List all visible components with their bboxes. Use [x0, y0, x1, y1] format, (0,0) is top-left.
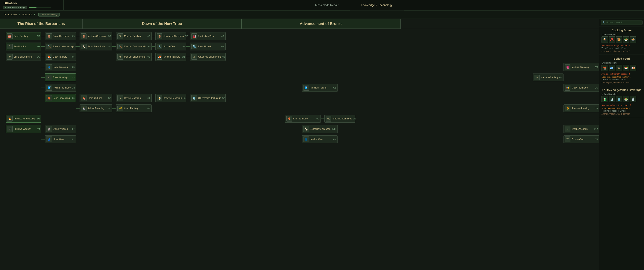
tech-icon: 🧶 [565, 64, 570, 70]
item-icon: 🫙 [616, 96, 622, 102]
boiled-food-title: Boiled Food [602, 57, 642, 60]
tech-icon: 🗿 [46, 126, 52, 132]
boiled-food-unlock-label: Unlock Blueprint: [602, 62, 642, 64]
tech-row-4: ⚙ Basic Grinding 1/3 ⚙ Medium Grinding 0… [0, 73, 599, 82]
tech-name: Basic Uncraft [198, 45, 220, 48]
tech-basic-uncraft[interactable]: 🔩 Basic Uncraft 0/5 [190, 43, 226, 50]
tech-medium-craftsmanship[interactable]: 🔨 Medium Craftsmanship 0/2 [116, 43, 152, 50]
tech-basic-building[interactable]: 🧱 Basic Building 6/6 [6, 32, 41, 40]
tech-beast-bone-tools[interactable]: 🦴 Beast Bone Tools 0/4 [80, 43, 112, 50]
tech-food-processing[interactable]: 🍖 Food Processing 0/3 [45, 94, 76, 102]
tech-icon: 🧱 [7, 33, 12, 39]
tech-linen-gear[interactable]: 👗 Linen Gear 0/2 [45, 135, 76, 143]
tech-name: Basic Slaughtering [14, 56, 36, 58]
tech-leather-gear[interactable]: 🧥 Leather Gear 0/4 [302, 135, 338, 143]
tech-medium-weaving[interactable]: 🧶 Medium Weaving 0/5 [564, 63, 599, 71]
tech-medium-slaughtering[interactable]: 🗡 Medium Slaughtering 0/1 [116, 53, 152, 61]
tab-knowledge-technology[interactable]: Knowledge & Technology [350, 0, 404, 10]
tech-medium-carpentry[interactable]: 🪵 Medium Carpentry 0/2 [80, 32, 112, 40]
category-new-tribe[interactable]: Dawn of the New Tribe [82, 19, 242, 29]
tech-oil-pressing-technique[interactable]: 🫙 Oil Pressing Technique 0/5 [190, 94, 226, 102]
tech-drying-technique[interactable]: 🌡 Drying Technique 0/2 [116, 94, 152, 102]
tech-row-9: 🗡 Primitive Weapon 4/4 🗿 Stone Weapon 0/… [0, 124, 599, 134]
tech-kiln-technique[interactable]: 🏺 Kiln Technique 0/2 [285, 115, 321, 123]
item-icon: 🥘 [616, 36, 622, 43]
tech-medium-grinding[interactable]: ⚙ Medium Grinding 0/1 [532, 73, 564, 81]
tech-icon: ⚙ [534, 75, 540, 80]
tech-bronze-weapon[interactable]: ⚔ Bronze Weapon 0/12 [564, 125, 599, 133]
tech-polting-technique[interactable]: 🪣 Polting Technique 0/2 [45, 84, 76, 92]
tech-name: Kiln Technique [293, 117, 316, 120]
tech-name: Basic Tannery [53, 56, 70, 58]
awareness-progress-bar [29, 7, 51, 8]
tech-progress: 0/3 [108, 107, 111, 109]
tech-smelting-technique[interactable]: ⚗ Smelting Technique 0/2 [324, 115, 355, 123]
tech-progress: 0/1 [148, 56, 150, 58]
item-icon: 🍲 [616, 65, 622, 71]
tech-beast-bone-weapon[interactable]: 🦴 Beast Bone Weapon 0/10 [302, 125, 338, 133]
tech-bronze-tool[interactable]: 🔧 Bronze Tool 0/5 [156, 43, 186, 50]
reset-technology-button[interactable]: Reset Technology [38, 13, 60, 17]
tech-premium-food[interactable]: 🍖 Premium Food 0/2 [80, 94, 112, 102]
tech-name: Premium Planting [572, 107, 594, 110]
tech-icon: 🐄 [81, 105, 86, 111]
search-input-wrap[interactable]: 🔍 [601, 20, 642, 25]
tech-basic-tannery[interactable]: 🦊 Basic Tannery 0/5 [45, 53, 76, 61]
tech-medium-tannery[interactable]: 🦊 Medium Tannery 0/1 [156, 53, 186, 61]
tech-advanced-carpentry[interactable]: 🪵 Advanced Carpentry 0/5 [156, 32, 186, 40]
tech-icon: 🌡 [118, 95, 123, 101]
tech-progress: 0/7 [148, 35, 150, 37]
cooking-stove-not-met: Learning requirements not met. [602, 50, 642, 52]
tech-tree-area[interactable]: The Rise of the Barbarians Dawn of the N… [0, 19, 599, 270]
tech-basic-carpentry[interactable]: 🪵 Basic Carpentry 0/5 [45, 32, 76, 40]
tech-stone-weapon[interactable]: 🗿 Stone Weapon 0/7 [45, 125, 76, 133]
tech-premium-polting[interactable]: 🪣 Premium Polting 0/1 [302, 84, 338, 92]
tech-advanced-slaughtering[interactable]: ⚔ Advanced Slaughtering 0/5 [190, 53, 226, 61]
tech-bronze-gear[interactable]: 🛡 Bronze Gear 0/5 [564, 135, 599, 143]
tech-primitive-fire-making[interactable]: 🔥 Primitive Fire Making 1/1 [6, 115, 41, 123]
tech-name: Primitive Fire Making [14, 117, 36, 120]
tech-production-base[interactable]: 🏭 Production Base 0/7 [190, 32, 226, 40]
tech-icon: ⛏ [7, 44, 12, 49]
tech-basic-craftsmanship[interactable]: 🔨 Basic Craftsmanship 0/1 [45, 43, 76, 50]
tech-icon: 🗡 [7, 54, 12, 60]
tech-icon: 🏺 [286, 116, 292, 121]
tech-icon: 🦴 [303, 126, 309, 132]
tech-crop-planting[interactable]: 🌾 Crop Planting 0/5 [116, 104, 152, 112]
category-barbarians[interactable]: The Rise of the Barbarians [0, 19, 82, 29]
tech-premium-planting[interactable]: 🌻 Premium Planting 0/5 [564, 104, 599, 112]
tech-medium-building[interactable]: 🏗 Medium Building 0/7 [116, 32, 152, 40]
tech-basic-weaving[interactable]: 🧵 Basic Weaving 0/5 [45, 63, 76, 71]
tech-primitive-weapon[interactable]: 🗡 Primitive Weapon 4/4 [6, 125, 41, 133]
tech-progress: 0/1 [560, 76, 562, 79]
tech-progress: 0/5 [185, 35, 188, 37]
tech-progress: 0/1 [75, 45, 78, 48]
progress-bar-fill [29, 7, 36, 8]
tech-basic-slaughtering[interactable]: 🗡 Basic Slaughtering 0/5 [6, 53, 41, 61]
tech-progress: 0/5 [595, 138, 598, 141]
tech-icon: 🦴 [81, 44, 86, 49]
category-bronze[interactable]: Advancement of Bronze [242, 19, 401, 29]
tech-icon: 🛡 [565, 137, 570, 142]
tech-progress: 0/2 [148, 45, 151, 48]
tech-icon: 🔨 [46, 44, 52, 49]
tech-primitive-tool[interactable]: ⛏ Primitive Tool 5/5 [6, 43, 41, 50]
tech-row-1: ⛏ Primitive Tool 5/5 🔨 Basic Craftsmansh… [0, 42, 599, 51]
tech-name: Medium Craftsmanship [124, 45, 147, 48]
tech-progress: 0/4 [108, 45, 111, 48]
tab-mask-node-repair[interactable]: Mask Node Repair [304, 0, 350, 10]
search-input[interactable] [606, 21, 641, 24]
tech-row-0: 🧱 Basic Building 6/6 🪵 Basic Carpentry 0… [0, 31, 599, 41]
player-name: Tillmann [3, 1, 60, 5]
tech-mask-technique[interactable]: 🎭 Mask Technique 0/5 [564, 84, 599, 92]
tech-icon: 🔥 [7, 116, 12, 121]
tech-brewing-technique[interactable]: 🍺 Brewing Technique 0/4 [156, 94, 186, 102]
fruits-beverage-unlock-label: Unlock Blueprint: [602, 93, 642, 95]
tech-animal-breeding[interactable]: 🐄 Animal Breeding 0/3 [80, 104, 112, 112]
tech-basic-grinding[interactable]: ⚙ Basic Grinding 1/3 [45, 73, 76, 81]
tech-progress: 5/5 [37, 45, 40, 48]
tech-name: Basic Carpentry [53, 35, 70, 38]
tech-row-3: 🧵 Basic Weaving 0/5 🧶 Medium Weaving 0/5 [0, 62, 599, 72]
tech-name: Medium Weaving [572, 66, 594, 68]
right-panel: 🔍 Cooking Stove Unlock Blueprint: 🍳 ♨️ 🥘… [599, 19, 644, 270]
